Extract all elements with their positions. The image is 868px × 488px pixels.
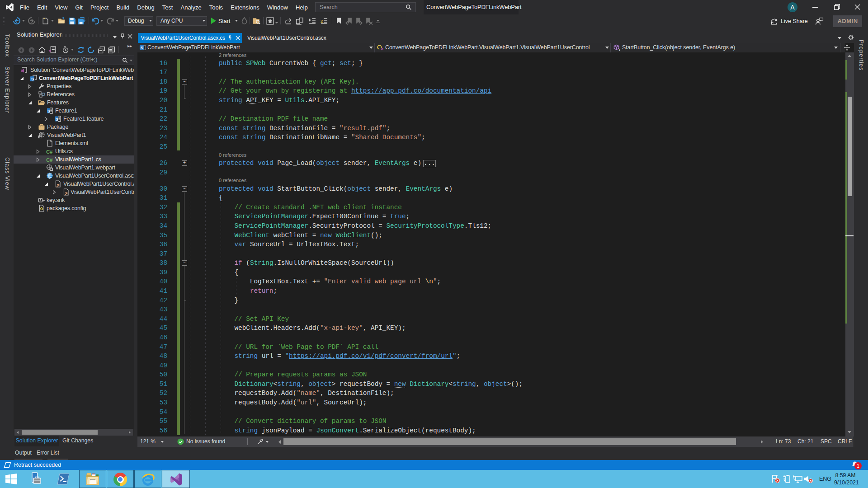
svg-text:S: S [56, 117, 58, 122]
svg-text:2: 2 [321, 19, 323, 23]
svg-text:S: S [47, 109, 50, 113]
svg-text:S: S [31, 76, 34, 81]
svg-text:C#: C# [46, 157, 53, 163]
svg-text:S: S [141, 46, 143, 50]
svg-text:C#: C# [46, 149, 53, 155]
svg-text:★: ★ [618, 48, 620, 51]
